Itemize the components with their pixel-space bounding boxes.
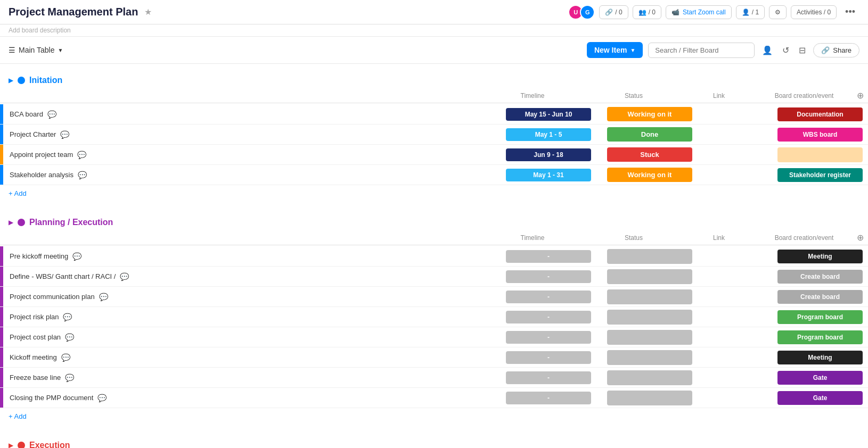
- filter-icon[interactable]: ⊟: [797, 43, 808, 57]
- board-pill[interactable]: Program board: [777, 310, 863, 324]
- status-pill: [607, 269, 692, 284]
- comment-icon[interactable]: 💬: [65, 374, 74, 382]
- task-name-text: Project risk plan: [10, 313, 59, 321]
- comment-icon[interactable]: 💬: [61, 353, 70, 362]
- status-pill: [607, 330, 692, 345]
- task-timeline: May 15 - Jun 10: [495, 106, 602, 123]
- timeline-pill[interactable]: -: [506, 351, 591, 364]
- timeline-pill[interactable]: -: [506, 331, 591, 344]
- task-status: [602, 287, 698, 306]
- board-description[interactable]: Add board description: [9, 27, 71, 34]
- apps-button[interactable]: ⚙: [769, 5, 787, 19]
- status-pill[interactable]: Done: [607, 127, 692, 142]
- group-dot: [18, 442, 25, 448]
- person-button[interactable]: 👤 / 1: [736, 5, 765, 19]
- board-pill[interactable]: Stakeholder register: [777, 168, 863, 182]
- board-pill[interactable]: WBS board: [777, 128, 863, 142]
- board-pill[interactable]: Create board: [777, 270, 863, 284]
- col-link-header: Link: [682, 234, 756, 242]
- task-name: Project communication plan 💬: [3, 288, 495, 305]
- search-input[interactable]: [648, 43, 755, 58]
- more-options-button[interactable]: •••: [841, 4, 859, 20]
- task-board: Program board: [772, 308, 868, 326]
- comment-icon[interactable]: 💬: [65, 333, 74, 342]
- comment-icon[interactable]: 💬: [120, 272, 129, 281]
- share-link-button[interactable]: 👥 / 0: [633, 5, 661, 19]
- comment-icon[interactable]: 💬: [72, 252, 81, 261]
- person-filter-icon[interactable]: 👤: [760, 43, 775, 57]
- comment-icon[interactable]: 💬: [78, 171, 87, 179]
- task-board: Stakeholder register: [772, 166, 868, 184]
- main-table-label: Main Table: [19, 46, 54, 54]
- task-name-text: Define - WBS/ Gantt chart / RACI /: [10, 272, 116, 280]
- invite-button[interactable]: 🔗 / 0: [599, 5, 628, 19]
- task-name: Freeze base line 💬: [3, 369, 495, 386]
- task-board: [772, 145, 868, 164]
- add-task-button[interactable]: + Add: [0, 408, 868, 425]
- board-pill[interactable]: Gate: [777, 371, 863, 385]
- task-name-text: Project cost plan: [10, 333, 61, 341]
- task-status: [602, 328, 698, 347]
- activities-button[interactable]: Activities / 0: [791, 5, 837, 19]
- task-board: Documentation: [772, 105, 868, 123]
- group-header-execution[interactable]: ▶ Execution: [0, 437, 868, 448]
- timeline-pill[interactable]: May 15 - Jun 10: [506, 108, 591, 121]
- board-pill[interactable]: Gate: [777, 391, 863, 405]
- timeline-pill[interactable]: Jun 9 - 18: [506, 148, 591, 161]
- task-name: Pre kickoff meeting 💬: [3, 248, 495, 265]
- status-pill[interactable]: Working on it: [607, 107, 692, 121]
- timeline-pill[interactable]: May 1 - 5: [506, 128, 591, 141]
- task-status: [602, 368, 698, 387]
- zoom-button[interactable]: 📹 Start Zoom call: [666, 5, 732, 19]
- board-pill[interactable]: Create board: [777, 290, 863, 304]
- task-name: Project Charter 💬: [3, 126, 495, 143]
- comment-icon[interactable]: 💬: [97, 394, 107, 402]
- col-add-button[interactable]: ⊕: [852, 233, 868, 243]
- comment-icon[interactable]: 💬: [77, 151, 86, 159]
- comment-icon[interactable]: 💬: [47, 110, 56, 119]
- status-pill[interactable]: Working on it: [607, 168, 692, 182]
- task-board: Meeting: [772, 247, 868, 266]
- group-header-planning[interactable]: ▶ Planning / Execution: [0, 214, 868, 230]
- timeline-pill[interactable]: -: [506, 371, 591, 384]
- group-initiation: ▶ Initation Timeline Status Link Board c…: [0, 72, 868, 202]
- timeline-pill[interactable]: -: [506, 291, 591, 303]
- comment-icon[interactable]: 💬: [63, 313, 72, 321]
- col-name-header: [0, 236, 479, 240]
- task-link: [698, 254, 772, 259]
- board-pill[interactable]: Program board: [777, 330, 863, 344]
- board-pill[interactable]: Meeting: [777, 351, 863, 364]
- task-timeline: -: [495, 288, 602, 305]
- timeline-pill[interactable]: -: [506, 270, 591, 283]
- status-pill: [607, 249, 692, 264]
- board-pill[interactable]: Meeting: [777, 250, 863, 263]
- table-row: Project communication plan 💬 - Create bo…: [0, 287, 868, 307]
- status-pill[interactable]: Stuck: [607, 147, 692, 162]
- timeline-pill[interactable]: May 1 - 31: [506, 169, 591, 181]
- task-timeline: -: [495, 389, 602, 406]
- star-icon[interactable]: ★: [144, 7, 152, 17]
- person-count: / 1: [752, 9, 759, 16]
- top-bar: Project Management Plan ★ U G 🔗 / 0 👥 / …: [0, 0, 868, 24]
- board-pill[interactable]: [777, 147, 863, 162]
- timeline-pill[interactable]: -: [506, 311, 591, 323]
- task-link: [698, 315, 772, 319]
- timeline-pill[interactable]: -: [506, 392, 591, 404]
- new-item-button[interactable]: New Item ▼: [587, 42, 643, 58]
- refresh-icon[interactable]: ↺: [780, 43, 791, 57]
- board-pill[interactable]: Documentation: [777, 107, 863, 121]
- table-row: Project risk plan 💬 - Program board: [0, 307, 868, 327]
- share-button[interactable]: 🔗 Share: [813, 43, 859, 57]
- zoom-icon: 📹: [672, 9, 679, 16]
- main-table-button[interactable]: ☰ Main Table ▼: [9, 46, 63, 54]
- timeline-pill[interactable]: -: [506, 250, 591, 263]
- col-add-button[interactable]: ⊕: [852, 90, 868, 101]
- add-task-button[interactable]: + Add: [0, 185, 868, 202]
- comment-icon[interactable]: 💬: [99, 293, 108, 301]
- group-header-initiation[interactable]: ▶ Initation: [0, 72, 868, 88]
- task-status: Done: [602, 125, 698, 144]
- comment-icon[interactable]: 💬: [60, 130, 69, 139]
- task-timeline: -: [495, 248, 602, 265]
- status-pill: [607, 391, 692, 405]
- col-board-header: Board creation/event: [756, 234, 852, 242]
